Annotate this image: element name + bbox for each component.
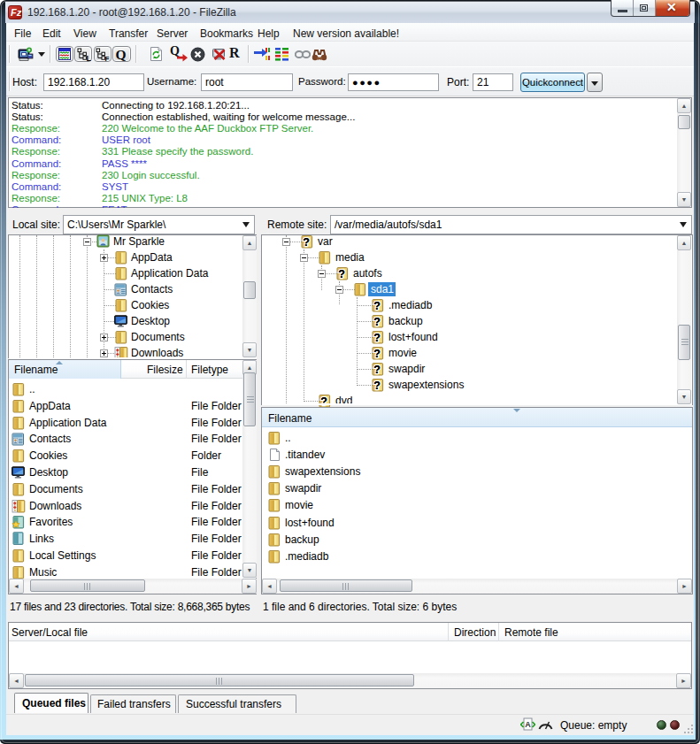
- svg-text:?: ?: [373, 364, 381, 376]
- svg-text:?: ?: [338, 268, 345, 280]
- svg-text:?: ?: [373, 348, 381, 360]
- svg-text:L: L: [86, 54, 90, 61]
- svg-text:?: ?: [373, 300, 381, 312]
- svg-text:?: ?: [320, 395, 327, 408]
- svg-text:F: F: [105, 55, 110, 61]
- svg-text:?: ?: [303, 236, 310, 249]
- svg-text:?: ?: [373, 332, 381, 344]
- svg-text:A: A: [525, 720, 531, 729]
- svg-text:?: ?: [373, 380, 381, 392]
- svg-text:?: ?: [373, 316, 381, 328]
